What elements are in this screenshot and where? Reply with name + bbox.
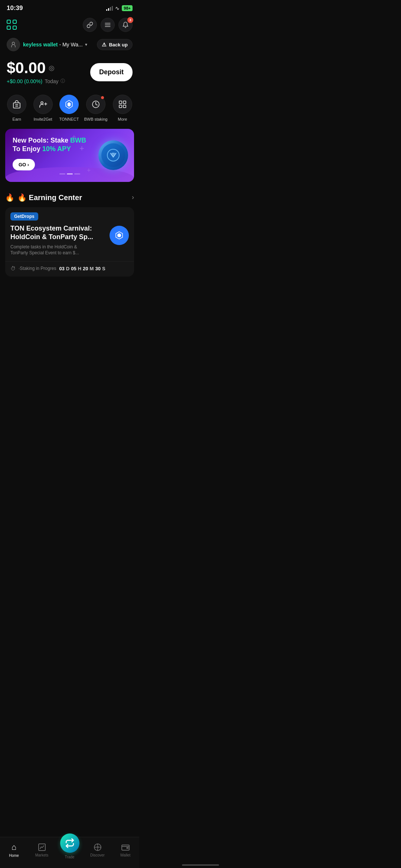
tonnect-icon-circle xyxy=(59,95,79,114)
svg-rect-11 xyxy=(119,101,122,104)
notifications-button[interactable]: 3 xyxy=(118,18,133,32)
tonnect-label: TONNECT xyxy=(59,117,79,121)
bell-icon xyxy=(122,22,129,28)
earning-center-title: 🔥 🔥 Earning Center xyxy=(5,193,82,202)
banner-coin-visual xyxy=(98,140,128,170)
status-time: 10:39 xyxy=(7,4,23,12)
signal-icon xyxy=(106,6,113,11)
countdown-timer: 03 D 05 H 20 M 30 S xyxy=(59,266,105,271)
banner-pagination xyxy=(13,173,127,174)
tonnect-action[interactable]: TONNECT xyxy=(58,95,80,121)
hamburger-icon xyxy=(104,22,111,28)
notification-count: 3 xyxy=(127,17,133,23)
app-logo xyxy=(7,20,17,30)
banner-section: + + + New Pools: Stake BWB To Enjoy 10% … xyxy=(0,129,139,189)
getdrops-badge: GetDrops xyxy=(10,212,38,221)
banner-go-button[interactable]: GO › xyxy=(13,159,35,170)
more-label: More xyxy=(118,117,127,121)
header-actions: 3 xyxy=(83,18,133,32)
clock-icon: ⏱ xyxy=(10,265,16,271)
menu-button[interactable] xyxy=(101,18,115,32)
red-dot-indicator xyxy=(101,96,104,99)
warning-icon: ⚠ xyxy=(102,42,107,48)
earning-card-desc: Complete tasks in the HoldCoin & TonPart… xyxy=(10,244,106,257)
ton-logo-icon xyxy=(110,226,129,245)
info-icon: ⓘ xyxy=(61,78,65,84)
balance-change: +$0.00 (0.00%) Today ⓘ xyxy=(7,78,65,84)
link-icon xyxy=(87,22,93,28)
wallet-chevron-icon: ▾ xyxy=(85,42,87,47)
battery-indicator: 98+ xyxy=(122,5,133,11)
balance-section: $0.00 ◎ +$0.00 (0.00%) Today ⓘ Deposit xyxy=(0,57,139,92)
balance-value: $0.00 xyxy=(7,60,46,76)
svg-point-3 xyxy=(12,42,15,45)
wallet-row: keyless wallet - My Wa... ▾ ⚠ Back up xyxy=(0,36,139,57)
svg-rect-14 xyxy=(123,105,126,108)
wifi-icon: ∿ xyxy=(115,5,120,11)
wallet-name: keyless wallet - My Wa... ▾ xyxy=(23,42,87,48)
status-icons: ∿ 98+ xyxy=(106,5,133,11)
more-icon-circle xyxy=(113,95,132,114)
app-header: 3 xyxy=(0,15,139,36)
invite-icon-circle xyxy=(33,95,53,114)
wallet-selector[interactable]: keyless wallet - My Wa... ▾ xyxy=(7,38,87,51)
more-action[interactable]: More xyxy=(111,95,134,121)
earn-icon-circle xyxy=(7,95,26,114)
wallet-avatar xyxy=(7,38,20,51)
earning-card[interactable]: GetDrops TON Ecosystem Carnival:HoldCoin… xyxy=(5,207,134,277)
earn-label: Earn xyxy=(13,117,21,121)
staking-status-label: ·Staking in Progres xyxy=(19,266,56,271)
earning-card-title: TON Ecosystem Carnival:HoldCoin & TonPar… xyxy=(10,224,106,242)
invite-label: Invite2Get xyxy=(34,117,52,121)
deposit-button[interactable]: Deposit xyxy=(90,63,133,81)
hide-balance-icon[interactable]: ◎ xyxy=(49,64,55,72)
earning-card-footer: ⏱ ·Staking in Progres 03 D 05 H 20 M 30 … xyxy=(5,261,134,277)
svg-rect-13 xyxy=(119,105,122,108)
bwb-staking-label: BWB staking xyxy=(84,117,107,121)
quick-actions: Earn Invite2Get TONNECT xyxy=(0,92,139,129)
fire-icon: 🔥 xyxy=(5,193,14,202)
earning-center-header: 🔥 🔥 Earning Center › xyxy=(5,193,134,202)
svg-point-7 xyxy=(41,102,43,104)
earn-action[interactable]: Earn xyxy=(6,95,28,121)
svg-rect-4 xyxy=(13,103,20,108)
link-button[interactable] xyxy=(83,18,97,32)
svg-rect-12 xyxy=(123,101,126,104)
backup-button[interactable]: ⚠ Back up xyxy=(97,39,133,50)
earning-center-section: 🔥 🔥 Earning Center › GetDrops TON Ecosys… xyxy=(0,189,139,283)
bwb-banner[interactable]: + + + New Pools: Stake BWB To Enjoy 10% … xyxy=(5,129,134,182)
earning-center-arrow-icon[interactable]: › xyxy=(132,193,134,201)
bwb-staking-action[interactable]: BWB staking xyxy=(84,95,107,121)
status-bar: 10:39 ∿ 98+ xyxy=(0,0,139,15)
invite-action[interactable]: Invite2Get xyxy=(32,95,54,121)
bwb-icon-circle xyxy=(86,95,105,114)
